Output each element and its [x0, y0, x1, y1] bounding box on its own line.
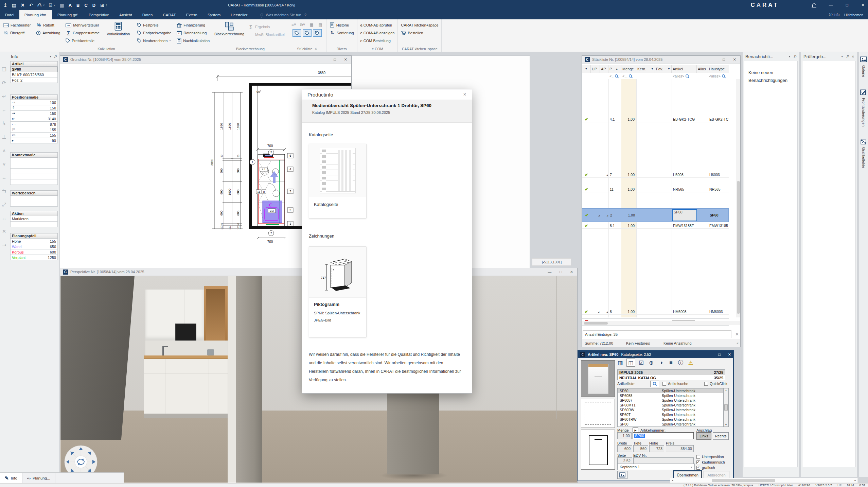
table-row[interactable]: ✔ 11 1.00 NR565 NR565: [582, 187, 729, 192]
piktogramm-card[interactable]: 717 Piktogramm SP60: Spülen-Unterschrank…: [309, 246, 367, 337]
grundriss-minimize-button[interactable]: —: [322, 57, 325, 62]
productinfo-close-button[interactable]: ✕: [463, 92, 466, 97]
nachkalkulation-button[interactable]: Nachkalkulation: [176, 37, 211, 44]
col-menge[interactable]: Menge: [621, 65, 636, 73]
artikel-neu-maximize-button[interactable]: □: [718, 352, 721, 357]
panel-menu-icon[interactable]: ▼: [49, 55, 52, 58]
dialog-launcher-icon[interactable]: ⇲: [315, 47, 317, 51]
artikelsuche-checkbox[interactable]: Artikelsuche: [662, 382, 688, 386]
col-p[interactable]: P...▲: [608, 65, 621, 73]
mehrwertsteuer-button[interactable]: Mehrwertsteuer: [65, 21, 101, 29]
filter-p[interactable]: <..: [608, 73, 621, 79]
grundriss-maximize-button[interactable]: □: [334, 57, 336, 62]
col-up[interactable]: UP: [591, 65, 600, 73]
stueckliste-close-button[interactable]: ✕: [733, 57, 736, 62]
posmass-row[interactable]: ⚐155: [10, 127, 58, 133]
list-icon[interactable]: ≡: [667, 360, 675, 366]
undo-icon[interactable]: ↶: [29, 2, 33, 8]
move-icon[interactable]: ⤢: [2, 202, 6, 208]
historie-button[interactable]: Historie: [329, 21, 355, 29]
align-split-icon[interactable]: ⋎: [2, 161, 6, 167]
article-item[interactable]: SP80Spülen-Unterschrank: [618, 422, 723, 427]
article-item[interactable]: SP60MT1Spülen-Unterschrank: [618, 403, 723, 407]
katalogseite-card[interactable]: Katalogseite: [309, 144, 367, 219]
alternative-b-button[interactable]: B: [76, 3, 80, 8]
col-artikel[interactable]: Artikel: [672, 65, 697, 73]
tell-me-search[interactable]: Was möchten Sie tun...?: [261, 10, 306, 19]
gruppensumme-button[interactable]: ∑Gruppensumme: [65, 29, 101, 36]
detail-view-icon[interactable]: ▤: [317, 22, 324, 28]
scroll-left-icon[interactable]: ◄: [670, 479, 675, 482]
corner-right-icon[interactable]: ↳: [2, 120, 6, 126]
tag-in-button[interactable]: [313, 29, 322, 37]
menu-datei[interactable]: Datei: [0, 10, 19, 19]
article-item[interactable]: SP60TRWSpülen-Unterschrank: [618, 417, 723, 422]
alternative-c-button[interactable]: C: [84, 3, 88, 8]
app-maximize-button[interactable]: □: [846, 3, 848, 7]
panel-menu-icon[interactable]: ▼: [788, 55, 791, 58]
preview-dropdown-icon[interactable]: ˅: [54, 4, 55, 7]
vorkalkulation-button[interactable]: Vorkalkulation: [104, 20, 132, 36]
posmass-row[interactable]: ▭878: [10, 122, 58, 127]
hoehe-field[interactable]: 723: [649, 445, 664, 452]
posmass-row[interactable]: ▸90: [10, 138, 58, 143]
grafisch-checkbox[interactable]: grafisch: [696, 466, 715, 470]
artikelnummer-field[interactable]: SP60: [633, 432, 694, 439]
tab-galerie[interactable]: Galerie: [860, 56, 867, 77]
toolbar-overflow-icon[interactable]: ⁝: [106, 4, 107, 7]
col-ap[interactable]: AP: [600, 65, 608, 73]
ecom-ab-abrufen-button[interactable]: e.COM-AB abrufen: [359, 21, 396, 29]
alternative-d-button[interactable]: D: [92, 3, 96, 8]
col-alias[interactable]: Alias: [697, 65, 708, 73]
article-item[interactable]: SP60RWSpülen-Unterschrank: [618, 407, 723, 412]
tab-grafikeffekte[interactable]: Grafikeffekte: [860, 138, 867, 168]
artikel-neu-titlebar[interactable]: C Artikel neu: SP60 Katalogseite: 2.52 —…: [578, 351, 733, 358]
export-icon[interactable]: ↥: [3, 2, 7, 8]
article-search-button[interactable]: [650, 381, 659, 387]
festpreis-button[interactable]: Festpreis: [136, 21, 172, 29]
tag-out-button[interactable]: [293, 29, 301, 37]
scroll-right-icon[interactable]: ►: [853, 479, 857, 482]
unterposition-checkbox[interactable]: Unterposition: [696, 455, 724, 459]
check-select-icon[interactable]: ☑: [638, 360, 645, 366]
ecom-bestellung-button[interactable]: e.COM Bestellung: [359, 37, 396, 44]
artikel-neu-minimize-button[interactable]: —: [707, 352, 711, 357]
col-haustype[interactable]: Haustype: [708, 65, 729, 73]
table-row[interactable]: ✔ 8.1 1.00 EMW13185E EMW13185: [582, 223, 729, 229]
mwst-blockartikel-button[interactable]: MwSt Blockartikel: [247, 31, 286, 38]
article-item[interactable]: SP6087Spülen-Unterschrank: [618, 398, 723, 403]
mirror-icon[interactable]: ⇔: [2, 175, 7, 180]
tag-table-button[interactable]: [303, 29, 312, 37]
artikel-neu-close-button[interactable]: ✕: [728, 352, 731, 357]
stueckliste-titlebar[interactable]: C Stückliste Nr. [100584/14] vom 28.04.2…: [582, 56, 740, 64]
menu-perspektive[interactable]: Perspektive: [84, 10, 114, 19]
kaufmaennisch-checkbox[interactable]: kaufmännisch: [696, 460, 725, 464]
measure-icon[interactable]: ↔: [2, 215, 7, 221]
col-kern[interactable]: Kern.▼: [636, 65, 655, 73]
catalog-book-icon[interactable]: ▥: [617, 360, 624, 366]
posmass-row[interactable]: ⇥150: [10, 111, 58, 116]
print-dropdown-icon[interactable]: ˅: [43, 4, 45, 7]
list-options-icon[interactable]: ≡˅: [290, 22, 298, 28]
tiefe-field[interactable]: 560: [633, 445, 648, 452]
pin-icon[interactable]: ⚲: [793, 54, 798, 59]
neuberechnen-button[interactable]: Neuberechnen˅: [136, 37, 172, 44]
panel-menu-icon[interactable]: ▼: [841, 55, 844, 58]
catalog-row[interactable]: NEUTRAL KATALOG35/25: [618, 375, 725, 381]
quickclick-checkbox[interactable]: QuickClick: [704, 382, 727, 386]
posmass-row[interactable]: ⇨100: [10, 100, 58, 105]
scroll-up-icon[interactable]: ▲: [725, 389, 727, 392]
perspektive-close-button[interactable]: ✕: [570, 270, 573, 274]
corner-join-icon[interactable]: ⌐: [3, 107, 6, 113]
posmass-row[interactable]: ▭155: [10, 133, 58, 138]
preiskontrolle-button[interactable]: Preiskontrolle: [65, 37, 101, 44]
pin-icon[interactable]: ⚲: [53, 54, 58, 59]
filter-column-header[interactable]: ▼: [582, 65, 591, 73]
clear-entries-icon[interactable]: ✕: [735, 332, 739, 337]
delete-node-icon[interactable]: ✕: [2, 228, 6, 234]
storage-icon[interactable]: ⊕: [648, 360, 655, 366]
filter-artikel[interactable]: <alles>: [672, 73, 697, 79]
swap-icon[interactable]: ⇆: [2, 188, 6, 194]
table-row[interactable]: ✔◢ 7 1.00 H6003 H6003: [582, 172, 729, 178]
ratenzahlung-button[interactable]: Ratenzahlung: [176, 29, 211, 36]
